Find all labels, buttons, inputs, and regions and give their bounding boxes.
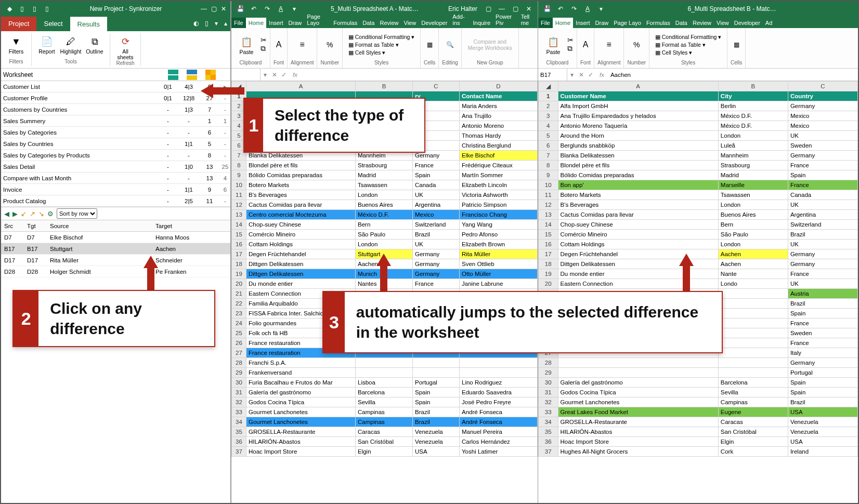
cell[interactable]: Canada	[788, 190, 857, 200]
cell[interactable]: Elgin	[356, 447, 413, 457]
worksheet-row[interactable]: Invoice-1|196	[1, 184, 230, 195]
cell[interactable]: Bólido Comidas preparadas	[246, 170, 356, 180]
cell[interactable]: Germany	[788, 101, 857, 111]
cell[interactable]	[356, 358, 413, 368]
cell[interactable]: Lino Rodriguez	[460, 378, 538, 388]
cell[interactable]: Mexico	[413, 210, 460, 220]
cell[interactable]	[460, 358, 538, 368]
cell[interactable]: San Cristóbal	[718, 427, 788, 437]
cell[interactable]: USA	[788, 437, 857, 447]
save-icon[interactable]: 💾	[542, 4, 552, 14]
cell[interactable]: Sven Ottlieb	[460, 259, 538, 269]
worksheet-row[interactable]: Sales Summery--11	[1, 115, 230, 127]
cell[interactable]: Blondel père et fils	[246, 161, 356, 170]
menu-view[interactable]: View	[714, 18, 732, 28]
redo-icon[interactable]: ↷	[569, 4, 579, 14]
cell[interactable]: Janine Labrune	[460, 279, 538, 289]
cell[interactable]	[356, 368, 413, 378]
cell[interactable]: London	[356, 240, 413, 249]
menu-review[interactable]: Review	[377, 18, 401, 28]
nav-icon[interactable]: ↙	[21, 210, 27, 218]
font-icon[interactable]: A	[582, 4, 593, 14]
menu-add-ins[interactable]: Add-ins	[450, 11, 470, 28]
cell[interactable]: Venezuela	[413, 427, 460, 437]
cell[interactable]: Ireland	[788, 447, 857, 457]
worksheet-row[interactable]: Compare with Last Month--134	[1, 173, 230, 184]
cell[interactable]: Blanka Delikatessen	[558, 151, 718, 161]
grid-b[interactable]: ◢ABC1Customer NameCityCountry2Alfa Impor…	[538, 81, 858, 457]
cell[interactable]: UK	[788, 200, 857, 210]
menu-developer[interactable]: Developer	[419, 18, 450, 28]
namebox-b[interactable]: B17	[538, 69, 567, 81]
cell[interactable]: Du monde entier	[558, 269, 718, 279]
cell[interactable]: Madrid	[718, 170, 788, 180]
cell[interactable]	[718, 289, 788, 299]
menu-data[interactable]: Data	[673, 18, 690, 28]
cell[interactable]: San Cristóbal	[356, 437, 413, 447]
cell[interactable]: Cottam Holdings	[246, 240, 356, 249]
cell[interactable]: Elgin	[718, 437, 788, 447]
cell[interactable]: Elizabeth Brown	[460, 240, 538, 249]
fmt-table[interactable]: ▦ Format as Table ▾	[655, 42, 706, 48]
cell[interactable]: Sweden	[788, 328, 857, 338]
menu-formulas[interactable]: Formulas	[644, 18, 673, 28]
cell[interactable]: Barcelona	[718, 378, 788, 388]
cell[interactable]: Ana Trujillo	[460, 111, 538, 121]
cell[interactable]	[413, 368, 460, 378]
cell[interactable]: Argentina	[413, 200, 460, 210]
menu-tellme[interactable]: Tell me	[518, 11, 538, 28]
cell[interactable]: Spain	[788, 309, 857, 319]
dropdown-icon[interactable]: ▾	[289, 4, 300, 14]
menu-insert[interactable]: Insert	[266, 18, 286, 28]
undo-icon[interactable]: ↶	[555, 4, 566, 14]
cell[interactable]: Portugal	[413, 378, 460, 388]
cell[interactable]: USA	[788, 407, 857, 417]
cell[interactable]: Switzerland	[413, 220, 460, 230]
cell[interactable]: Great Lakes Food Market	[558, 407, 718, 417]
cell-styles[interactable]: ▦ Cell Styles ▾	[348, 49, 385, 56]
next-icon[interactable]: ▶	[12, 210, 18, 218]
cell[interactable]: France	[788, 161, 857, 170]
cell[interactable]: Luleå	[718, 141, 788, 151]
worksheet-row[interactable]: Product Catalog-2|511-	[1, 195, 230, 207]
cell[interactable]: Brazil	[788, 397, 857, 407]
cell[interactable]: Spain	[788, 388, 857, 397]
font-icon[interactable]: A	[276, 4, 286, 14]
cell[interactable]: Patricio Simpson	[460, 200, 538, 210]
cell[interactable]: Sweden	[788, 141, 857, 151]
cell[interactable]: B's Beverages	[246, 190, 356, 200]
nav-icon[interactable]: ↘	[38, 210, 44, 218]
cell[interactable]: Elizabeth Lincoln	[460, 180, 538, 190]
detail-row[interactable]: D7D7Elke BischofHanna Moos	[1, 232, 230, 243]
cell[interactable]: Comércio Mineiro	[558, 230, 718, 240]
cell[interactable]: Antonio Moreno	[460, 121, 538, 131]
close-icon[interactable]: ✕	[221, 5, 226, 12]
cell[interactable]: Christina Berglund	[460, 141, 538, 151]
menu-developer[interactable]: Developer	[732, 18, 763, 28]
cell[interactable]: Blondel père et fils	[558, 161, 718, 170]
cell[interactable]: Marseille	[718, 180, 788, 190]
cell[interactable]: Du monde entier	[246, 279, 356, 289]
cell[interactable]: Italy	[788, 348, 857, 358]
cell[interactable]: Antonio Moreno Taquería	[558, 121, 718, 131]
cell[interactable]: Elke Bischof	[460, 151, 538, 161]
worksheet-row[interactable]: Sales Detail-1|01325	[1, 161, 230, 173]
cell[interactable]: Madrid	[356, 170, 413, 180]
cell[interactable]: Chop-suey Chinese	[246, 220, 356, 230]
cell[interactable]: Around the Horn	[558, 131, 718, 141]
cell[interactable]: GROSELLA-Restaurante	[246, 427, 356, 437]
cell[interactable]: Maria Anders	[460, 101, 538, 111]
menu-insert[interactable]: Insert	[573, 18, 593, 28]
tab-select[interactable]: Select	[36, 17, 70, 31]
cond-fmt[interactable]: ▦ Conditional Formatting ▾	[348, 34, 414, 40]
namebox-a[interactable]	[231, 69, 261, 81]
menu-powerpiv[interactable]: Power Piv	[493, 11, 518, 28]
cell[interactable]: Aachen	[718, 259, 788, 269]
cell[interactable]	[718, 309, 788, 319]
nav-icon[interactable]: ↗	[30, 210, 35, 218]
cell[interactable]: Cork	[718, 447, 788, 457]
cell[interactable]: Austria	[788, 289, 857, 299]
cell[interactable]: Ana Trujillo Emparedados y helados	[558, 111, 718, 121]
cell[interactable]: Brazil	[413, 230, 460, 240]
cell[interactable]: Barcelona	[356, 388, 413, 397]
